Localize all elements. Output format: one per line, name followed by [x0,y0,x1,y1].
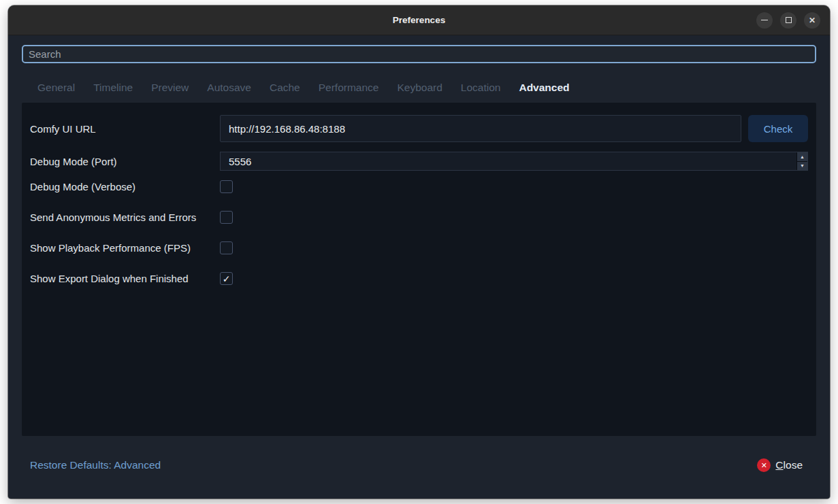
debug-port-row: Debug Mode (Port) ▲ ▼ [30,152,808,171]
maximize-button[interactable] [780,12,796,29]
spin-down-button[interactable]: ▼ [797,162,807,171]
export-dialog-label: Show Export Dialog when Finished [30,273,220,284]
maximize-icon [786,17,792,23]
tab-cache[interactable]: Cache [270,82,300,94]
playback-fps-checkbox[interactable] [220,241,233,254]
close-icon: ✕ [809,16,816,24]
spin-up-icon: ▲ [800,154,805,159]
debug-verbose-row: Debug Mode (Verbose) [30,180,808,193]
tab-preview[interactable]: Preview [151,82,189,94]
preferences-window: Preferences ✕ General Timeline Preview A… [8,5,830,499]
playback-fps-row: Show Playback Performance (FPS) [30,241,808,254]
debug-verbose-checkbox[interactable] [220,180,233,193]
footer: Restore Defaults: Advanced ✕ Close [8,436,830,499]
playback-fps-label: Show Playback Performance (FPS) [30,242,220,254]
minimize-icon [761,20,768,21]
anonymous-metrics-checkbox[interactable] [220,211,233,224]
close-dialog-button[interactable]: ✕ Close [757,458,803,472]
tab-keyboard[interactable]: Keyboard [397,82,442,94]
close-circle-icon: ✕ [757,458,771,472]
comfy-url-label: Comfy UI URL [30,123,220,135]
debug-port-input[interactable] [220,152,808,171]
debug-verbose-label: Debug Mode (Verbose) [30,181,220,192]
tab-location[interactable]: Location [461,82,501,94]
spin-buttons: ▲ ▼ [796,152,807,170]
titlebar: Preferences ✕ [8,5,830,35]
checkmark-icon: ✓ [223,274,231,284]
tab-general[interactable]: General [37,82,75,94]
tab-timeline[interactable]: Timeline [93,82,133,94]
debug-port-label: Debug Mode (Port) [30,156,220,167]
anonymous-metrics-label: Send Anonymous Metrics and Errors [30,212,220,223]
comfy-url-input[interactable] [220,115,741,142]
debug-port-spinbox: ▲ ▼ [220,152,808,171]
minimize-button[interactable] [756,12,773,29]
anonymous-metrics-row: Send Anonymous Metrics and Errors [30,211,808,224]
close-window-button[interactable]: ✕ [804,12,820,29]
spin-down-icon: ▼ [800,163,805,168]
window-controls: ✕ [756,5,820,35]
comfy-url-row: Comfy UI URL Check [30,115,808,142]
search-input[interactable] [22,45,816,63]
export-dialog-row: Show Export Dialog when Finished ✓ [30,272,808,285]
close-label: Close [775,459,803,471]
export-dialog-checkbox[interactable]: ✓ [220,272,233,285]
tab-autosave[interactable]: Autosave [207,82,251,94]
content-area: General Timeline Preview Autosave Cache … [8,35,830,94]
check-button[interactable]: Check [748,115,808,142]
tab-performance[interactable]: Performance [319,82,379,94]
window-title: Preferences [8,15,830,25]
spin-up-button[interactable]: ▲ [797,152,807,162]
tab-advanced[interactable]: Advanced [519,82,569,94]
restore-defaults-link[interactable]: Restore Defaults: Advanced [30,459,161,471]
settings-panel: Comfy UI URL Check Debug Mode (Port) ▲ ▼… [22,103,816,436]
tab-bar: General Timeline Preview Autosave Cache … [22,82,816,94]
